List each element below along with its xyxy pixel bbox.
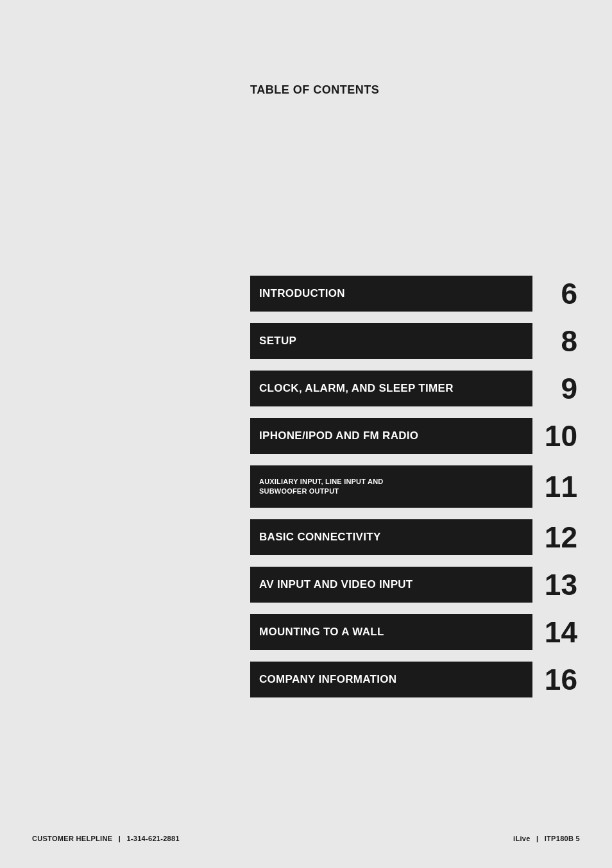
footer-phone: 1-314-621-2881 <box>126 835 179 842</box>
footer-left: CUSTOMER HELPLINE | 1-314-621-2881 <box>32 835 180 842</box>
toc-label-box-company: COMPANY INFORMATION <box>250 662 532 697</box>
toc-entry-introduction: INTRODUCTION6 <box>250 276 577 312</box>
toc-page-iphone: 10 <box>532 421 577 451</box>
toc-page-auxiliary: 11 <box>532 472 577 501</box>
toc-label-text-basic-connectivity: BASIC CONNECTIVITY <box>259 531 381 544</box>
footer-brand: iLive <box>513 835 531 842</box>
toc-entry-setup: SETUP8 <box>250 323 577 359</box>
toc-entries-container: INTRODUCTION6SETUP8CLOCK, ALARM, AND SLE… <box>250 276 577 709</box>
toc-label-box-av-input: AV INPUT AND VIDEO INPUT <box>250 567 532 603</box>
toc-page-setup: 8 <box>532 326 577 356</box>
toc-label-box-clock: CLOCK, ALARM, AND SLEEP TIMER <box>250 371 532 406</box>
toc-entry-basic-connectivity: BASIC CONNECTIVITY12 <box>250 519 577 555</box>
page-title: TABLE OF CONTENTS <box>250 83 379 96</box>
toc-entry-iphone: IPHONE/IPOD AND FM RADIO10 <box>250 418 577 454</box>
toc-page-mounting: 14 <box>532 617 577 647</box>
toc-entry-clock: CLOCK, ALARM, AND SLEEP TIMER9 <box>250 371 577 406</box>
toc-label-box-mounting: MOUNTING TO A WALL <box>250 614 532 650</box>
toc-label-text-introduction: INTRODUCTION <box>259 287 345 300</box>
toc-label-box-setup: SETUP <box>250 323 532 359</box>
toc-label-text-av-input: AV INPUT AND VIDEO INPUT <box>259 578 413 591</box>
page: TABLE OF CONTENTS INTRODUCTION6SETUP8CLO… <box>0 0 612 868</box>
toc-entry-company: COMPANY INFORMATION16 <box>250 662 577 697</box>
toc-label-box-iphone: IPHONE/IPOD AND FM RADIO <box>250 418 532 454</box>
toc-label-text-auxiliary: AUXILIARY INPUT, LINE INPUT ANDSUBWOOFER… <box>259 477 383 497</box>
footer-right: iLive | ITP180B 5 <box>513 835 580 842</box>
toc-label-text-iphone: IPHONE/IPOD AND FM RADIO <box>259 430 418 442</box>
footer-left-separator: | <box>119 835 123 842</box>
footer-helpline-label: CUSTOMER HELPLINE <box>32 835 112 842</box>
toc-page-company: 16 <box>532 665 577 694</box>
footer: CUSTOMER HELPLINE | 1-314-621-2881 iLive… <box>0 835 612 842</box>
toc-label-text-mounting: MOUNTING TO A WALL <box>259 626 384 638</box>
toc-entry-av-input: AV INPUT AND VIDEO INPUT13 <box>250 567 577 603</box>
toc-page-basic-connectivity: 12 <box>532 522 577 552</box>
footer-page-number: 5 <box>576 835 580 842</box>
toc-label-box-auxiliary: AUXILIARY INPUT, LINE INPUT ANDSUBWOOFER… <box>250 465 532 508</box>
toc-label-box-basic-connectivity: BASIC CONNECTIVITY <box>250 519 532 555</box>
toc-label-text-company: COMPANY INFORMATION <box>259 673 396 686</box>
toc-label-box-introduction: INTRODUCTION <box>250 276 532 312</box>
toc-label-text-setup: SETUP <box>259 335 296 347</box>
toc-page-clock: 9 <box>532 374 577 403</box>
footer-right-separator: | <box>536 835 541 842</box>
toc-title-section: TABLE OF CONTENTS <box>250 83 379 97</box>
toc-page-av-input: 13 <box>532 570 577 599</box>
footer-model: ITP180B <box>545 835 574 842</box>
toc-label-text-clock: CLOCK, ALARM, AND SLEEP TIMER <box>259 382 454 395</box>
toc-entry-auxiliary: AUXILIARY INPUT, LINE INPUT ANDSUBWOOFER… <box>250 465 577 508</box>
toc-page-introduction: 6 <box>532 279 577 308</box>
toc-entry-mounting: MOUNTING TO A WALL14 <box>250 614 577 650</box>
